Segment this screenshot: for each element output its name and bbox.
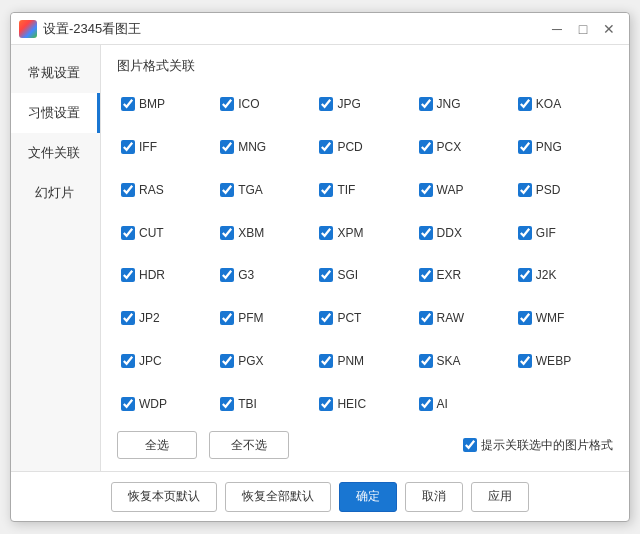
titlebar: 设置-2345看图王 ─ □ ✕ <box>11 13 629 45</box>
format-checkbox-pgx[interactable] <box>220 354 234 368</box>
format-label: EXR <box>437 268 462 282</box>
format-item: PNM <box>315 342 414 381</box>
format-checkbox-png[interactable] <box>518 140 532 154</box>
format-checkbox-pfm[interactable] <box>220 311 234 325</box>
restore-all-button[interactable]: 恢复全部默认 <box>225 482 331 512</box>
format-checkbox-raw[interactable] <box>419 311 433 325</box>
format-label: PNG <box>536 140 562 154</box>
format-checkbox-pcx[interactable] <box>419 140 433 154</box>
format-checkbox-wdp[interactable] <box>121 397 135 411</box>
format-item: AI <box>415 384 514 423</box>
format-item: PSD <box>514 171 613 210</box>
format-item: TGA <box>216 171 315 210</box>
format-checkbox-pnm[interactable] <box>319 354 333 368</box>
maximize-button[interactable]: □ <box>571 18 595 40</box>
format-checkbox-ras[interactable] <box>121 183 135 197</box>
apply-button[interactable]: 应用 <box>471 482 529 512</box>
format-checkbox-ico[interactable] <box>220 97 234 111</box>
format-checkbox-sgi[interactable] <box>319 268 333 282</box>
format-label: IFF <box>139 140 157 154</box>
format-label: AI <box>437 397 448 411</box>
format-label: PCT <box>337 311 361 325</box>
format-checkbox-xbm[interactable] <box>220 226 234 240</box>
format-checkbox-jpc[interactable] <box>121 354 135 368</box>
format-checkbox-pct[interactable] <box>319 311 333 325</box>
sidebar-item-slideshow[interactable]: 幻灯片 <box>11 173 100 213</box>
format-checkbox-g3[interactable] <box>220 268 234 282</box>
format-label: WDP <box>139 397 167 411</box>
format-item: DDX <box>415 213 514 252</box>
format-item: PCD <box>315 128 414 167</box>
format-item: RAW <box>415 299 514 338</box>
format-checkbox-mng[interactable] <box>220 140 234 154</box>
format-item: WAP <box>415 171 514 210</box>
format-checkbox-gif[interactable] <box>518 226 532 240</box>
format-checkbox-ska[interactable] <box>419 354 433 368</box>
format-checkbox-jpg[interactable] <box>319 97 333 111</box>
format-label: MNG <box>238 140 266 154</box>
format-item: ICO <box>216 85 315 124</box>
window-title: 设置-2345看图王 <box>43 20 545 38</box>
sidebar-item-habits[interactable]: 习惯设置 <box>11 93 100 133</box>
select-all-button[interactable]: 全选 <box>117 431 197 459</box>
format-checkbox-bmp[interactable] <box>121 97 135 111</box>
format-label: WAP <box>437 183 464 197</box>
sidebar-item-general[interactable]: 常规设置 <box>11 53 100 93</box>
hint-text: 提示关联选中的图片格式 <box>481 437 613 454</box>
format-label: XPM <box>337 226 363 240</box>
format-label: PNM <box>337 354 364 368</box>
format-checkbox-cut[interactable] <box>121 226 135 240</box>
format-item: SKA <box>415 342 514 381</box>
format-checkbox-pcd[interactable] <box>319 140 333 154</box>
format-label: HDR <box>139 268 165 282</box>
minimize-button[interactable]: ─ <box>545 18 569 40</box>
format-checkbox-jng[interactable] <box>419 97 433 111</box>
format-checkbox-tga[interactable] <box>220 183 234 197</box>
sidebar-item-file-assoc[interactable]: 文件关联 <box>11 133 100 173</box>
format-label: HEIC <box>337 397 366 411</box>
format-checkbox-j2k[interactable] <box>518 268 532 282</box>
format-checkbox-wap[interactable] <box>419 183 433 197</box>
format-checkbox-tif[interactable] <box>319 183 333 197</box>
format-item: EXR <box>415 256 514 295</box>
format-checkbox-ddx[interactable] <box>419 226 433 240</box>
format-item: PNG <box>514 128 613 167</box>
app-icon <box>19 20 37 38</box>
format-checkbox-xpm[interactable] <box>319 226 333 240</box>
deselect-all-button[interactable]: 全不选 <box>209 431 289 459</box>
format-checkbox-jp2[interactable] <box>121 311 135 325</box>
format-item: PCT <box>315 299 414 338</box>
format-item: PCX <box>415 128 514 167</box>
format-item: GIF <box>514 213 613 252</box>
section-title: 图片格式关联 <box>117 57 613 75</box>
format-checkbox-ai[interactable] <box>419 397 433 411</box>
hint-checkbox[interactable] <box>463 438 477 452</box>
cancel-button[interactable]: 取消 <box>405 482 463 512</box>
restore-page-button[interactable]: 恢复本页默认 <box>111 482 217 512</box>
format-item: PFM <box>216 299 315 338</box>
format-checkbox-koa[interactable] <box>518 97 532 111</box>
format-checkbox-tbi[interactable] <box>220 397 234 411</box>
format-item: SGI <box>315 256 414 295</box>
format-label: WEBP <box>536 354 571 368</box>
format-checkbox-heic[interactable] <box>319 397 333 411</box>
format-label: JPC <box>139 354 162 368</box>
format-checkbox-psd[interactable] <box>518 183 532 197</box>
format-item: KOA <box>514 85 613 124</box>
format-item: WEBP <box>514 342 613 381</box>
format-checkbox-webp[interactable] <box>518 354 532 368</box>
format-label: PSD <box>536 183 561 197</box>
close-button[interactable]: ✕ <box>597 18 621 40</box>
format-label: CUT <box>139 226 164 240</box>
format-checkbox-wmf[interactable] <box>518 311 532 325</box>
format-label: PGX <box>238 354 263 368</box>
format-checkbox-iff[interactable] <box>121 140 135 154</box>
format-checkbox-exr[interactable] <box>419 268 433 282</box>
format-item: WDP <box>117 384 216 423</box>
confirm-button[interactable]: 确定 <box>339 482 397 512</box>
hint-area: 提示关联选中的图片格式 <box>463 437 613 454</box>
format-label: JP2 <box>139 311 160 325</box>
format-checkbox-hdr[interactable] <box>121 268 135 282</box>
format-label: PCX <box>437 140 462 154</box>
format-item: MNG <box>216 128 315 167</box>
